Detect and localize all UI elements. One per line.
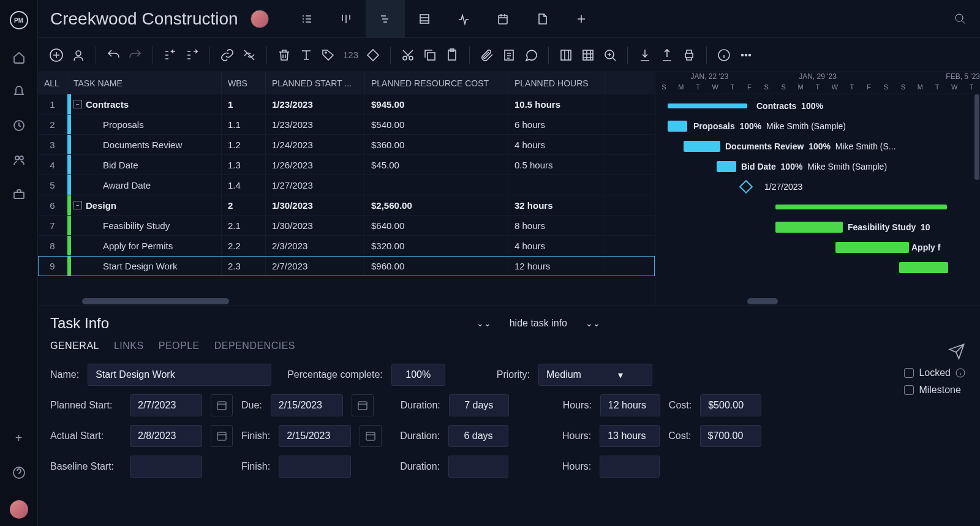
col-wbs[interactable]: WBS bbox=[222, 72, 266, 94]
actual-hours-field[interactable] bbox=[600, 425, 660, 447]
baseline-hours-field[interactable] bbox=[600, 456, 660, 478]
tab-links[interactable]: LINKS bbox=[114, 340, 144, 351]
planned-cost-field[interactable] bbox=[700, 394, 761, 416]
tag-icon[interactable] bbox=[321, 48, 336, 62]
view-activity[interactable] bbox=[444, 0, 483, 38]
table-row[interactable]: 1 −Contracts 1 1/23/2023 $945.00 10.5 ho… bbox=[38, 94, 655, 115]
gantt-vscroll[interactable] bbox=[974, 94, 980, 297]
col-cost[interactable]: PLANNED RESOURCE COST bbox=[365, 72, 508, 94]
gantt-row[interactable]: Proposals 100% Mike Smith (Sample) bbox=[655, 116, 980, 136]
gantt-row[interactable]: Bid Date 100% Mike Smith (Sample) bbox=[655, 156, 980, 176]
chevron-down-icon[interactable]: ⌄⌄ bbox=[586, 318, 600, 328]
actual-duration-field[interactable] bbox=[448, 425, 508, 447]
project-avatar[interactable] bbox=[251, 10, 269, 28]
col-hours[interactable]: PLANNED HOURS bbox=[508, 72, 605, 94]
view-gantt[interactable] bbox=[366, 0, 405, 38]
planned-hours-field[interactable] bbox=[600, 394, 660, 416]
cut-icon[interactable] bbox=[401, 48, 415, 62]
actual-cost-field[interactable] bbox=[700, 425, 761, 447]
import-icon[interactable] bbox=[638, 48, 652, 62]
collapse-icon[interactable]: − bbox=[74, 201, 82, 209]
view-list[interactable] bbox=[287, 0, 326, 38]
table-hscroll[interactable] bbox=[38, 297, 655, 306]
milestone-checkbox[interactable] bbox=[904, 385, 914, 395]
table-row[interactable]: 2 Proposals 1.1 1/23/2023 $540.00 6 hour… bbox=[38, 115, 655, 135]
gantt-row[interactable]: Feasibility Study 10 bbox=[655, 217, 980, 237]
gantt-row[interactable]: Documents Review 100% Mike Smith (S... bbox=[655, 136, 980, 156]
diamond-icon[interactable] bbox=[366, 48, 380, 62]
gantt-row[interactable]: Apply f bbox=[655, 237, 980, 257]
planned-duration-field[interactable] bbox=[449, 394, 509, 416]
gantt-row[interactable]: Contracts 100% bbox=[655, 96, 980, 116]
table-row[interactable]: 4 Bid Date 1.3 1/26/2023 $45.00 0.5 hour… bbox=[38, 155, 655, 175]
table-row[interactable]: 9 Start Design Work 2.3 2/7/2023 $960.00… bbox=[38, 256, 655, 276]
calendar-icon[interactable] bbox=[211, 425, 233, 447]
paste-icon[interactable] bbox=[445, 48, 459, 62]
table-row[interactable]: 8 Apply for Permits 2.2 2/3/2023 $320.00… bbox=[38, 236, 655, 256]
delete-icon[interactable] bbox=[277, 48, 292, 62]
calendar-icon[interactable] bbox=[211, 394, 233, 416]
briefcase-icon[interactable] bbox=[12, 187, 26, 201]
pct-field[interactable] bbox=[391, 364, 445, 386]
note-icon[interactable] bbox=[502, 48, 516, 62]
baseline-duration-field[interactable] bbox=[448, 456, 508, 478]
outdent-icon[interactable] bbox=[163, 48, 178, 62]
text-icon[interactable] bbox=[299, 48, 314, 62]
undo-icon[interactable] bbox=[106, 48, 121, 62]
info-icon[interactable] bbox=[717, 48, 731, 62]
attach-icon[interactable] bbox=[480, 48, 494, 62]
search-icon[interactable] bbox=[953, 12, 968, 26]
grid-icon[interactable] bbox=[581, 48, 595, 62]
calendar-icon[interactable] bbox=[360, 425, 382, 447]
actual-start-field[interactable] bbox=[130, 425, 202, 447]
assign-icon[interactable] bbox=[71, 48, 86, 62]
table-row[interactable]: 7 Feasibility Study 2.1 1/30/2023 $640.0… bbox=[38, 216, 655, 236]
bell-icon[interactable] bbox=[12, 85, 26, 98]
gantt-row[interactable] bbox=[655, 257, 980, 277]
planned-start-field[interactable] bbox=[130, 394, 202, 416]
send-icon[interactable] bbox=[948, 343, 965, 363]
indent-icon[interactable] bbox=[185, 48, 200, 62]
app-logo[interactable]: PM bbox=[10, 11, 28, 29]
baseline-finish-field[interactable] bbox=[279, 456, 351, 478]
help-icon[interactable] bbox=[12, 466, 26, 479]
gantt-row[interactable]: 1/27/2023 bbox=[655, 176, 980, 197]
actual-finish-field[interactable] bbox=[279, 425, 351, 447]
table-row[interactable]: 5 Award Date 1.4 1/27/2023 bbox=[38, 175, 655, 195]
table-row[interactable]: 3 Documents Review 1.2 1/24/2023 $360.00… bbox=[38, 135, 655, 155]
col-name[interactable]: TASK NAME bbox=[67, 72, 222, 94]
zoom-icon[interactable] bbox=[603, 48, 617, 62]
info-icon[interactable] bbox=[956, 368, 965, 378]
add-icon[interactable]: + bbox=[15, 431, 23, 445]
view-file[interactable] bbox=[522, 0, 562, 38]
gantt-hscroll[interactable] bbox=[655, 297, 980, 306]
baseline-start-field[interactable] bbox=[130, 456, 202, 478]
col-all[interactable]: ALL bbox=[38, 72, 67, 94]
hide-task-info[interactable]: hide task info bbox=[510, 318, 567, 329]
locked-checkbox[interactable] bbox=[904, 368, 914, 378]
view-calendar[interactable] bbox=[483, 0, 522, 38]
table-row[interactable]: 6 −Design 2 1/30/2023 $2,560.00 32 hours bbox=[38, 195, 655, 216]
people-icon[interactable] bbox=[12, 153, 26, 167]
tab-general[interactable]: GENERAL bbox=[50, 340, 99, 351]
copy-icon[interactable] bbox=[423, 48, 437, 62]
view-sheet[interactable] bbox=[405, 0, 444, 38]
priority-select[interactable]: Medium▾ bbox=[538, 364, 652, 386]
tab-dependencies[interactable]: DEPENDENCIES bbox=[214, 340, 295, 351]
due-field[interactable] bbox=[271, 394, 343, 416]
home-icon[interactable] bbox=[12, 50, 26, 64]
redo-icon[interactable] bbox=[128, 48, 143, 62]
calendar-icon[interactable] bbox=[352, 394, 374, 416]
view-board[interactable] bbox=[326, 0, 366, 38]
print-icon[interactable] bbox=[682, 48, 696, 62]
comment-icon[interactable] bbox=[524, 48, 538, 62]
chevron-down-icon[interactable]: ⌄⌄ bbox=[477, 318, 491, 328]
export-icon[interactable] bbox=[660, 48, 674, 62]
add-task-icon[interactable] bbox=[49, 48, 64, 62]
collapse-icon[interactable]: − bbox=[74, 100, 82, 108]
clock-icon[interactable] bbox=[12, 119, 26, 132]
name-field[interactable] bbox=[88, 364, 271, 386]
tab-people[interactable]: PEOPLE bbox=[159, 340, 200, 351]
link-icon[interactable] bbox=[220, 48, 235, 62]
view-add[interactable] bbox=[562, 0, 601, 38]
